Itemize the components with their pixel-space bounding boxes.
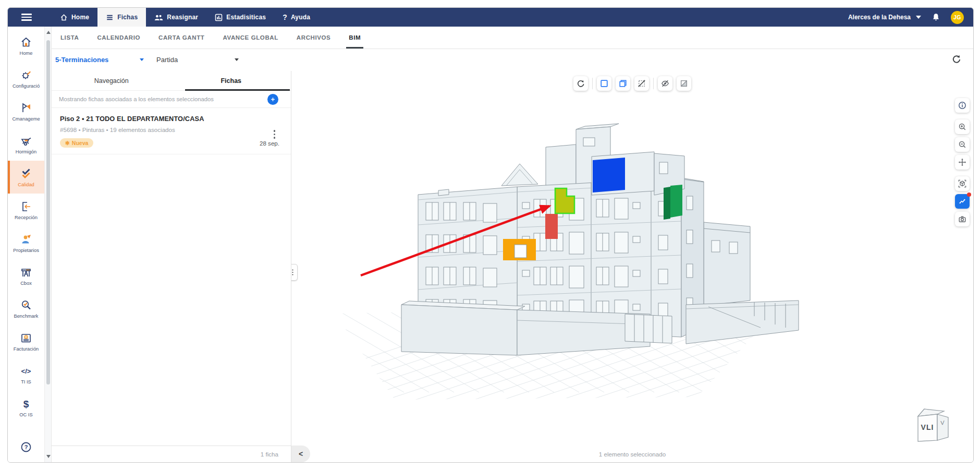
refresh-button[interactable]	[951, 54, 962, 65]
nav-item-reasignar[interactable]: Reasignar	[146, 8, 206, 27]
sidebar-item-hormigon[interactable]: Hormigón	[8, 128, 44, 161]
ficha-card[interactable]: Piso 2 • 21 TODO EL DEPARTAMENTO/CASA #5…	[52, 108, 291, 154]
hamburger-menu-icon[interactable]	[8, 14, 40, 21]
nav-item-fichas[interactable]: Fichas	[97, 8, 146, 27]
sidebar-item-configuracion[interactable]: Configuració	[8, 62, 44, 95]
scroll-up-icon[interactable]	[46, 31, 51, 34]
pan-button[interactable]	[955, 155, 970, 170]
orbit-icon	[577, 79, 585, 88]
nav-label: Home	[71, 14, 89, 21]
add-ficha-button[interactable]	[267, 94, 278, 105]
status-blue-element[interactable]	[593, 158, 625, 193]
sidebar-label: Benchmark	[14, 314, 38, 319]
status-badge: ✱Nueva	[60, 138, 93, 148]
avatar[interactable]: JG	[951, 11, 964, 24]
scrollbar-thumb[interactable]	[46, 40, 50, 384]
sidebar-item-facturacion[interactable]: Facturación	[8, 325, 44, 358]
zoom-out-icon	[958, 140, 966, 149]
sidebar-item-cmanagement[interactable]: Cmanageme	[8, 95, 44, 128]
deselect-icon	[638, 79, 646, 88]
fichas-panel: Navegación Fichas Mostrando fichas asoci…	[52, 71, 291, 462]
ficha-menu-button[interactable]	[273, 129, 277, 140]
cmanagement-icon	[20, 102, 32, 114]
sidebar-item-benchmark[interactable]: Benchmark	[8, 292, 44, 325]
nav-item-ayuda[interactable]: ? Ayuda	[274, 8, 318, 27]
sidebar-item-propietarios[interactable]: Propietarios	[8, 226, 44, 259]
tab-fichas[interactable]: Fichas	[172, 71, 291, 90]
sidebar-label: Calidad	[18, 182, 34, 187]
status-orange-element[interactable]	[503, 239, 536, 260]
list-icon	[106, 14, 114, 21]
chevron-left-icon: <	[299, 450, 303, 458]
collapse-panel-button[interactable]: <	[291, 446, 310, 462]
magnifier-check-icon	[20, 299, 32, 311]
users-icon	[154, 14, 163, 21]
hide-elements-button[interactable]	[658, 76, 672, 91]
selection-status: 1 elemento seleccionado	[291, 451, 973, 458]
stage-dropdown-value: 5-Terminaciones	[55, 56, 108, 64]
grouping-dropdown[interactable]: Partida	[156, 49, 239, 71]
tab-bim[interactable]: BIM	[349, 27, 361, 49]
status-chart-button[interactable]	[955, 194, 970, 209]
sidebar-item-home[interactable]: Home	[8, 29, 44, 62]
chevron-down-icon	[235, 58, 239, 61]
multi-select-icon	[619, 79, 627, 88]
stage-dropdown[interactable]: 5-Terminaciones	[55, 49, 144, 71]
dollar-icon: $	[20, 398, 32, 410]
home-icon	[20, 36, 32, 49]
orbit-button[interactable]	[573, 76, 588, 91]
drafting-table-icon	[20, 266, 32, 279]
project-selector[interactable]: Alerces de la Dehesa	[848, 14, 921, 21]
tab-archivos[interactable]: ARCHIVOS	[297, 27, 331, 49]
sidebar-item-ti-is[interactable]: </> TI IS	[8, 358, 44, 391]
content-scrollbar[interactable]	[44, 27, 52, 462]
tab-calendario[interactable]: CALENDARIO	[97, 27, 140, 49]
sidebar-item-recepcion[interactable]: Recepción	[8, 194, 44, 226]
line-chart-icon	[958, 197, 966, 206]
tab-avance-global[interactable]: AVANCE GLOBAL	[223, 27, 278, 49]
cube-side-label: V	[940, 419, 945, 426]
chevron-down-icon	[140, 58, 144, 61]
bim-3d-model[interactable]	[291, 71, 973, 462]
pan-icon	[958, 158, 966, 167]
sidebar-label: Propietarios	[13, 248, 39, 253]
tab-navegacion[interactable]: Navegación	[52, 71, 172, 90]
sidebar-item-calidad[interactable]: Calidad	[8, 161, 44, 194]
cube-front-label: VLI	[921, 423, 934, 431]
status-red-element[interactable]	[545, 214, 558, 239]
svg-text:$: $	[23, 398, 29, 409]
sidebar-label: Recepción	[15, 215, 38, 220]
zoom-in-button[interactable]	[955, 119, 970, 134]
module-sidebar: Home Configuració Cmanageme Hormigón Cal…	[8, 27, 44, 462]
select-button[interactable]	[597, 76, 611, 91]
info-button[interactable]	[955, 98, 970, 113]
body-row: Navegación Fichas Mostrando fichas asoci…	[52, 71, 973, 462]
screenshot-button[interactable]	[955, 212, 970, 226]
bim-viewport[interactable]: VLI V 1 elemento seleccionado	[291, 71, 973, 462]
panel-info-text: Mostrando fichas asociadas a los element…	[59, 96, 214, 102]
nav-item-estadisticas[interactable]: Estadisiticas	[206, 8, 274, 27]
sidebar-item-oc-is[interactable]: $ OC IS	[8, 391, 44, 424]
zoom-out-button[interactable]	[955, 137, 970, 152]
bell-icon[interactable]	[932, 13, 940, 22]
multi-select-button[interactable]	[616, 76, 630, 91]
isolate-button[interactable]	[677, 76, 691, 91]
gear-pencil-icon	[20, 69, 32, 81]
tab-carta-gantt[interactable]: CARTA GANTT	[158, 27, 204, 49]
panel-resize-handle[interactable]	[291, 264, 298, 281]
person-icon	[20, 233, 32, 246]
sidebar-item-cbox[interactable]: Cbox	[8, 259, 44, 292]
fit-selection-button[interactable]	[955, 176, 970, 191]
square-slash-icon	[680, 79, 688, 88]
sidebar-help-button[interactable]: ?	[8, 435, 44, 459]
nav-label: Reasignar	[167, 14, 198, 21]
tab-lista[interactable]: LISTA	[60, 27, 79, 49]
wheelbarrow-icon	[20, 135, 32, 147]
svg-text:</>: </>	[21, 367, 31, 375]
view-navigation-cube[interactable]: VLI V	[914, 402, 954, 448]
scroll-down-icon[interactable]	[46, 455, 51, 458]
nav-item-home[interactable]: Home	[52, 8, 97, 27]
sidebar-label: Cmanageme	[12, 116, 40, 122]
status-green-element[interactable]	[664, 185, 682, 220]
deselect-button[interactable]	[634, 76, 649, 91]
